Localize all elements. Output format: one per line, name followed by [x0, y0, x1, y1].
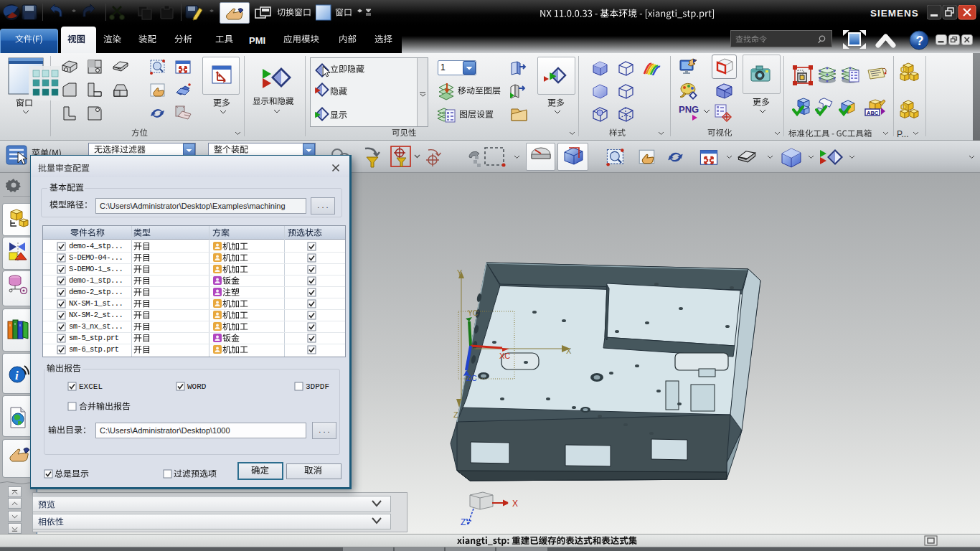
svg-text:i: i	[15, 369, 19, 382]
svg-text:XC: XC	[499, 352, 510, 360]
svg-text:?: ?	[916, 34, 924, 48]
svg-text:ABC: ABC	[867, 110, 879, 116]
svg-text:YC: YC	[468, 309, 478, 317]
svg-text:X: X	[566, 347, 572, 355]
svg-text:X: X	[512, 499, 518, 509]
svg-text:Z: Z	[461, 517, 466, 527]
svg-text:Z: Z	[453, 410, 458, 419]
svg-text:ZC: ZC	[466, 374, 477, 382]
svg-text:Y: Y	[457, 268, 463, 277]
